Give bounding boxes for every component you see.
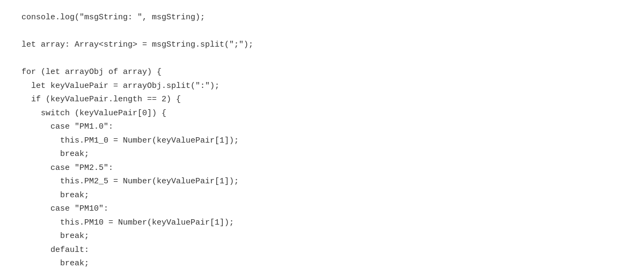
code-block: console.log("msgString: ", msgString); l… [21,11,623,268]
code-container: console.log("msgString: ", msgString); l… [0,0,644,268]
